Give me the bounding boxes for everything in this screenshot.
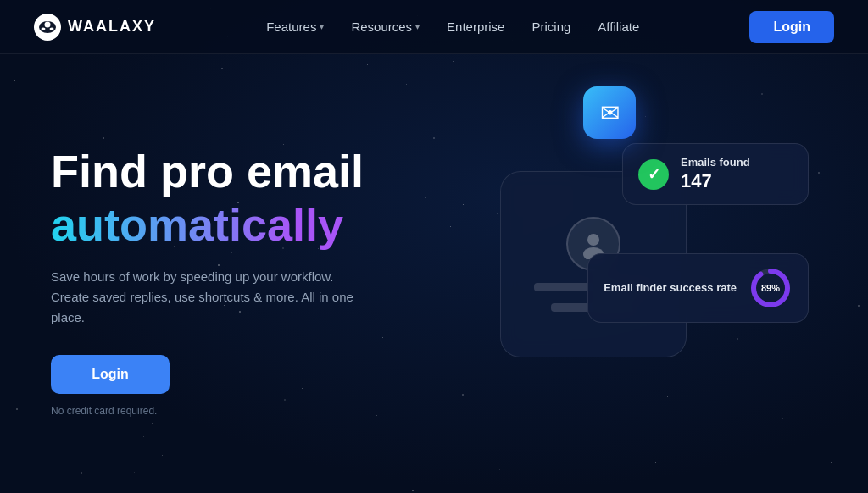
- hero-title-line1: Find pro email: [51, 147, 458, 197]
- nav-item-features[interactable]: Features ▾: [266, 19, 324, 34]
- nav-affiliate-label: Affiliate: [598, 19, 639, 34]
- no-credit-text: No credit card required.: [51, 405, 157, 417]
- nav-login-button[interactable]: Login: [749, 11, 834, 43]
- brand-name: WAALAXY: [68, 18, 156, 36]
- svg-point-5: [587, 234, 599, 246]
- success-rate-card: Email finder success rate 89%: [587, 253, 809, 323]
- hero-content: Find pro email automatically Save hours …: [51, 130, 458, 418]
- navbar: WAALAXY Features ▾ Resources ▾ Enterpris…: [0, 0, 868, 54]
- nav-item-resources[interactable]: Resources ▾: [351, 19, 420, 34]
- nav-resources-label: Resources: [351, 19, 412, 34]
- svg-point-4: [50, 27, 54, 30]
- success-rate-label: Email finder success rate: [604, 281, 737, 294]
- logo[interactable]: WAALAXY: [34, 14, 156, 41]
- checkmark-icon: ✓: [648, 165, 660, 184]
- success-rate-info: Email finder success rate: [604, 281, 737, 296]
- donut-chart: 89%: [748, 266, 793, 310]
- nav-item-enterprise[interactable]: Enterprise: [447, 19, 504, 34]
- chevron-down-icon: ▾: [320, 22, 324, 31]
- donut-label: 89%: [748, 266, 793, 310]
- envelope-icon: ✉: [600, 99, 620, 127]
- hero-title-line2: automatically: [51, 200, 458, 250]
- chevron-down-icon: ▾: [415, 22, 420, 31]
- hero-subtitle: Save hours of work by speeding up your w…: [51, 267, 373, 328]
- success-rate-inner: Email finder success rate 89%: [604, 266, 793, 310]
- nav-item-pricing[interactable]: Pricing: [531, 19, 570, 34]
- svg-point-2: [45, 21, 51, 27]
- hero-section: Find pro email automatically Save hours …: [0, 54, 868, 493]
- emails-found-inner: ✓ Emails found 147: [638, 156, 793, 192]
- email-float-icon: ✉: [583, 86, 636, 139]
- nav-links: Features ▾ Resources ▾ Enterprise Pricin…: [266, 19, 639, 34]
- emails-found-label: Emails found: [681, 156, 750, 169]
- check-icon-circle: ✓: [638, 159, 669, 190]
- nav-features-label: Features: [266, 19, 316, 34]
- svg-point-3: [42, 27, 46, 30]
- nav-enterprise-label: Enterprise: [447, 19, 504, 34]
- emails-found-value: 147: [681, 170, 750, 192]
- nav-item-affiliate[interactable]: Affiliate: [598, 19, 639, 34]
- hero-illustration: ✉ ✓ Emails found 147 Email finder succes…: [458, 54, 817, 493]
- emails-found-card: ✓ Emails found 147: [622, 143, 809, 205]
- nav-pricing-label: Pricing: [531, 19, 570, 34]
- logo-icon: [34, 14, 61, 41]
- hero-login-button[interactable]: Login: [51, 355, 170, 394]
- emails-found-info: Emails found 147: [681, 156, 750, 192]
